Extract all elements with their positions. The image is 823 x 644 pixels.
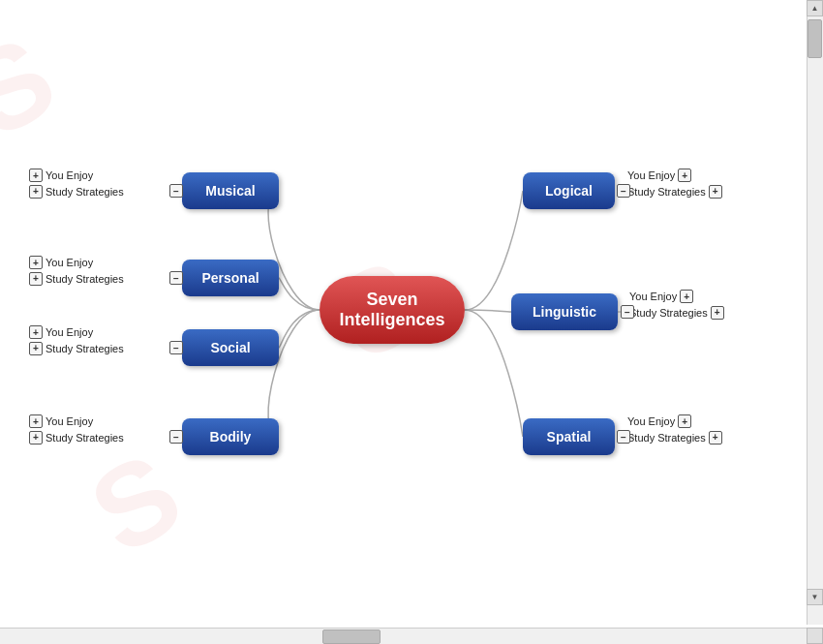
- linguistic-enjoy-plus[interactable]: +: [680, 290, 693, 303]
- social-node[interactable]: Social: [182, 329, 279, 366]
- musical-study-plus[interactable]: +: [29, 185, 43, 199]
- social-study-plus[interactable]: +: [29, 342, 43, 355]
- musical-enjoy-plus[interactable]: +: [29, 169, 43, 182]
- social-enjoy-label: You Enjoy: [46, 324, 93, 341]
- scroll-thumb-horizontal[interactable]: [322, 629, 381, 644]
- personal-enjoy-label: You Enjoy: [46, 255, 93, 271]
- linguistic-study-plus[interactable]: +: [711, 306, 724, 320]
- scroll-thumb-vertical[interactable]: [808, 19, 822, 58]
- spatial-leaf: You Enjoy + Study Strategies +: [627, 414, 722, 445]
- scrollbar-corner: [807, 628, 823, 644]
- bodily-minus[interactable]: −: [169, 430, 183, 444]
- spatial-label: Spatial: [547, 429, 592, 445]
- logical-label: Logical: [545, 183, 593, 199]
- bodily-study-label: Study Strategies: [46, 430, 124, 446]
- logical-node[interactable]: Logical: [523, 172, 615, 209]
- scroll-up-button[interactable]: ▲: [807, 0, 823, 16]
- linguistic-label: Linguistic: [533, 304, 596, 320]
- center-label: SevenIntelligences: [339, 290, 444, 330]
- musical-node[interactable]: Musical: [182, 172, 279, 209]
- spatial-enjoy-label: You Enjoy: [627, 414, 675, 430]
- linguistic-minus[interactable]: −: [621, 305, 634, 319]
- personal-minus[interactable]: −: [169, 271, 183, 285]
- bodily-node[interactable]: Bodily: [182, 418, 279, 455]
- bodily-study-plus[interactable]: +: [29, 431, 43, 445]
- musical-label: Musical: [205, 183, 255, 199]
- bodily-label: Bodily: [210, 429, 252, 445]
- personal-node[interactable]: Personal: [182, 260, 279, 296]
- logical-minus[interactable]: −: [617, 184, 630, 198]
- vertical-scrollbar[interactable]: ▲ ▼: [807, 0, 823, 625]
- spatial-study-label: Study Strategies: [627, 430, 706, 446]
- spatial-study-plus[interactable]: +: [709, 431, 722, 445]
- bodily-enjoy-plus[interactable]: +: [29, 414, 43, 428]
- personal-leaf: + You Enjoy + Study Strategies: [29, 255, 124, 287]
- social-enjoy-plus[interactable]: +: [29, 325, 43, 339]
- social-leaf: + You Enjoy + Study Strategies: [29, 324, 124, 356]
- musical-minus[interactable]: −: [169, 184, 183, 198]
- scroll-down-button[interactable]: ▼: [807, 589, 823, 605]
- logical-study-plus[interactable]: +: [709, 185, 722, 199]
- linguistic-node[interactable]: Linguistic: [511, 293, 618, 330]
- watermark-1: S: [0, 9, 76, 164]
- bodily-leaf: + You Enjoy + Study Strategies: [29, 414, 124, 445]
- logical-leaf: You Enjoy + Study Strategies +: [627, 168, 722, 199]
- musical-leaf: + You Enjoy + Study Strategies: [29, 168, 124, 199]
- logical-study-label: Study Strategies: [627, 184, 706, 200]
- linguistic-study-label: Study Strategies: [629, 305, 708, 322]
- personal-study-plus[interactable]: +: [29, 272, 43, 286]
- personal-enjoy-plus[interactable]: +: [29, 256, 43, 269]
- social-study-label: Study Strategies: [46, 341, 124, 357]
- musical-enjoy-label: You Enjoy: [46, 168, 93, 184]
- linguistic-enjoy-label: You Enjoy: [629, 289, 677, 305]
- musical-study-label: Study Strategies: [46, 184, 124, 200]
- social-minus[interactable]: −: [169, 341, 183, 354]
- spatial-enjoy-plus[interactable]: +: [678, 414, 691, 428]
- personal-label: Personal: [201, 270, 259, 286]
- horizontal-scrollbar[interactable]: [0, 628, 807, 644]
- spatial-minus[interactable]: −: [617, 430, 630, 444]
- social-label: Social: [210, 340, 250, 355]
- personal-study-label: Study Strategies: [46, 271, 124, 288]
- logical-enjoy-label: You Enjoy: [627, 168, 675, 184]
- spatial-node[interactable]: Spatial: [523, 418, 615, 455]
- linguistic-leaf: You Enjoy + Study Strategies +: [629, 289, 724, 321]
- center-node[interactable]: SevenIntelligences: [320, 276, 465, 344]
- bodily-enjoy-label: You Enjoy: [46, 414, 93, 430]
- logical-enjoy-plus[interactable]: +: [678, 169, 691, 182]
